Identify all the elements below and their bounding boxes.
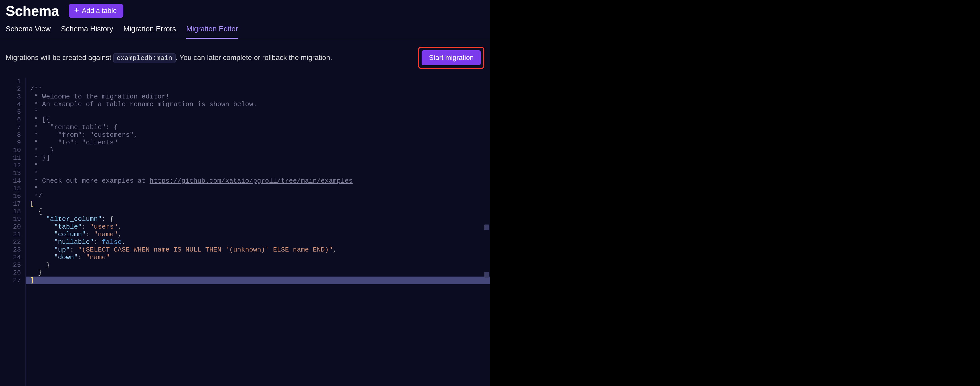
code-line[interactable]: "up": "(SELECT CASE WHEN name IS NULL TH…	[30, 246, 490, 254]
info-suffix: . You can later complete or rollback the…	[176, 54, 332, 62]
plus-icon	[74, 7, 80, 15]
code-line[interactable]: * "rename_table": {	[30, 124, 490, 131]
code-line[interactable]: *	[30, 169, 490, 177]
code-line[interactable]: * }	[30, 146, 490, 154]
code-line[interactable]: }	[30, 261, 490, 269]
code-line[interactable]	[30, 78, 490, 85]
tab-schema-view[interactable]: Schema View	[6, 25, 51, 39]
db-branch-chip: exampledb:main	[113, 53, 176, 63]
code-line[interactable]: *	[30, 185, 490, 192]
code-line[interactable]: * "from": "customers",	[30, 131, 490, 139]
info-prefix: Migrations will be created against	[6, 54, 113, 62]
tabs: Schema ViewSchema HistoryMigration Error…	[0, 22, 490, 39]
code-line[interactable]: {	[30, 208, 490, 215]
code-line[interactable]: *	[30, 162, 490, 169]
code-line[interactable]: }	[30, 269, 490, 276]
scrollbar-thumb[interactable]	[484, 224, 489, 230]
code-line[interactable]: "down": "name"	[30, 254, 490, 261]
code-line[interactable]: * }]	[30, 154, 490, 162]
code-line[interactable]: "nullable": false,	[30, 238, 490, 246]
add-table-button[interactable]: Add a table	[68, 4, 124, 18]
tab-migration-errors[interactable]: Migration Errors	[123, 25, 176, 39]
examples-link[interactable]: https://github.com/xataio/pgroll/tree/ma…	[150, 177, 353, 185]
empty-region	[490, 0, 980, 386]
code-line[interactable]: * [{	[30, 116, 490, 124]
code-line[interactable]: * An example of a table rename migration…	[30, 100, 490, 108]
code-line[interactable]: *	[30, 108, 490, 116]
add-table-label: Add a table	[82, 7, 117, 15]
editor-code-area[interactable]: /** * Welcome to the migration editor! *…	[25, 78, 490, 386]
code-line[interactable]: [	[30, 200, 490, 208]
code-line[interactable]: * "to": "clients"	[30, 139, 490, 146]
code-line[interactable]: "alter_column": {	[30, 215, 490, 223]
code-line[interactable]: "table": "users",	[30, 223, 490, 230]
code-line[interactable]: "column": "name",	[30, 230, 490, 238]
code-line[interactable]: ]	[26, 276, 490, 284]
start-migration-highlight: Start migration	[418, 47, 484, 69]
tab-schema-history[interactable]: Schema History	[61, 25, 113, 39]
scrollbar-thumb[interactable]	[484, 272, 489, 278]
start-migration-button[interactable]: Start migration	[422, 50, 481, 65]
code-line[interactable]: * Check out more examples at https://git…	[30, 177, 490, 185]
migration-code-editor[interactable]: 1234567891011121314151617181920212223242…	[0, 75, 490, 386]
tab-migration-editor[interactable]: Migration Editor	[186, 25, 238, 39]
migration-info-text: Migrations will be created against examp…	[6, 54, 332, 62]
page-title: Schema	[6, 3, 59, 19]
code-line[interactable]: */	[30, 192, 490, 200]
editor-gutter: 1234567891011121314151617181920212223242…	[0, 78, 25, 386]
code-line[interactable]: /**	[30, 85, 490, 93]
code-line[interactable]: * Welcome to the migration editor!	[30, 93, 490, 100]
